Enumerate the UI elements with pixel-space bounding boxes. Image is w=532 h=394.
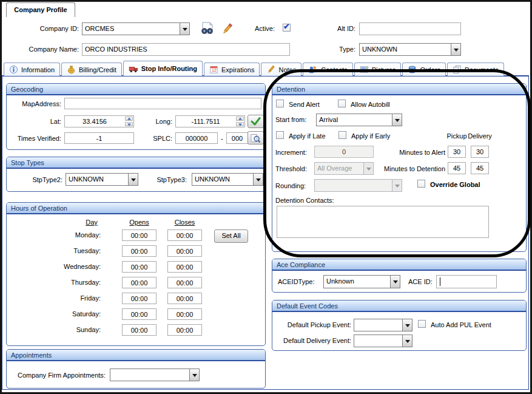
default-delivery-event-value bbox=[354, 335, 402, 347]
chevron-down-icon[interactable] bbox=[392, 114, 402, 126]
tab-label: Billing/Credit bbox=[79, 66, 116, 73]
svg-text:12: 12 bbox=[212, 68, 217, 72]
closes-input[interactable]: 00:00 bbox=[167, 261, 202, 273]
aceidtype-value: Unknown bbox=[324, 276, 390, 288]
splc-lookup-button[interactable] bbox=[247, 131, 264, 144]
spin-down-icon[interactable] bbox=[236, 122, 244, 126]
aceidtype-combobox[interactable]: Unknown bbox=[323, 275, 400, 288]
type-combobox[interactable]: UNKNOWN bbox=[359, 43, 461, 56]
company-profile-window: Company Profile Company ID: ORCMES Activ… bbox=[0, 0, 532, 394]
closes-input[interactable]: 00:00 bbox=[167, 324, 202, 336]
alert-delivery-input[interactable]: 30 bbox=[471, 146, 489, 158]
closes-input[interactable]: 00:00 bbox=[167, 293, 202, 304]
money-bag-icon bbox=[67, 65, 76, 74]
tab-pictures[interactable]: Pictures bbox=[354, 63, 402, 76]
company-id-value: ORCMES bbox=[82, 23, 180, 35]
chevron-down-icon[interactable] bbox=[402, 319, 412, 331]
info-icon bbox=[9, 65, 18, 74]
opens-input[interactable]: 00:00 bbox=[122, 324, 157, 336]
lookup-binoculars-icon[interactable] bbox=[198, 21, 215, 36]
detention-contacts-label: Detention Contacts: bbox=[275, 197, 334, 205]
closes-input[interactable]: 00:00 bbox=[167, 277, 202, 288]
tab-orders[interactable]: Orders bbox=[402, 63, 446, 76]
default-pickup-event-value bbox=[354, 319, 402, 331]
chevron-down-icon[interactable] bbox=[402, 335, 412, 347]
tab-contacts[interactable]: Contacts bbox=[303, 63, 352, 76]
alt-id-input[interactable] bbox=[359, 22, 461, 35]
chevron-down-icon[interactable] bbox=[253, 174, 263, 185]
tab-documents[interactable]: Documents bbox=[447, 63, 504, 76]
tab-expirations[interactable]: 12 Expirations bbox=[204, 63, 260, 76]
map-address-label: MapAddress: bbox=[9, 100, 61, 108]
company-id-combobox[interactable]: ORCMES bbox=[82, 22, 190, 35]
default-pickup-event-label: Default Pickup Event: bbox=[284, 321, 351, 329]
stptype3-label: StpType3: bbox=[149, 176, 187, 184]
set-all-button[interactable]: Set All bbox=[214, 229, 248, 243]
chevron-down-icon[interactable] bbox=[180, 23, 189, 35]
auto-add-pul-event-checkbox[interactable] bbox=[418, 320, 426, 328]
lat-spinner[interactable]: 33.4156 bbox=[64, 115, 134, 127]
window-title-tab[interactable]: Company Profile bbox=[6, 2, 75, 17]
chevron-down-icon[interactable] bbox=[189, 369, 199, 381]
tab-label: Documents bbox=[465, 66, 499, 73]
day-label: Tuesday: bbox=[31, 247, 101, 255]
opens-input[interactable]: 00:00 bbox=[122, 245, 157, 257]
detention-pickup-input[interactable]: 45 bbox=[448, 162, 466, 174]
tab-information[interactable]: Information bbox=[4, 63, 60, 76]
spin-up-icon[interactable] bbox=[125, 117, 133, 121]
stptype3-combobox[interactable]: UNKNOWN bbox=[192, 173, 263, 186]
closes-input[interactable]: 00:00 bbox=[167, 229, 202, 241]
spin-down-icon[interactable] bbox=[125, 122, 133, 126]
opens-input[interactable]: 00:00 bbox=[122, 261, 157, 273]
edit-pencil-icon[interactable] bbox=[220, 22, 234, 36]
chevron-down-icon[interactable] bbox=[390, 276, 400, 288]
chevron-down-icon[interactable] bbox=[128, 174, 138, 185]
allow-autobill-checkbox[interactable] bbox=[338, 100, 346, 107]
ace-compliance-header: Ace Compliance bbox=[272, 259, 526, 271]
ace-id-label: ACE ID: bbox=[408, 278, 433, 286]
alert-pickup-input[interactable]: 30 bbox=[448, 146, 466, 158]
default-pickup-event-combobox[interactable] bbox=[354, 319, 412, 331]
minutes-to-alert-label: Minutes to Alert bbox=[369, 149, 445, 157]
splc-suffix-input[interactable]: 000 bbox=[226, 132, 248, 144]
detention-delivery-input[interactable]: 45 bbox=[471, 162, 489, 174]
allow-autobill-label: Allow Autobill bbox=[351, 101, 390, 109]
splc-input[interactable]: 000000 bbox=[175, 132, 218, 144]
send-alert-checkbox[interactable] bbox=[276, 100, 284, 107]
tab-billing-credit[interactable]: Billing/Credit bbox=[61, 63, 122, 76]
apply-if-late-checkbox[interactable] bbox=[276, 131, 284, 139]
tab-label: Pictures bbox=[372, 66, 396, 73]
tab-label: Orders bbox=[420, 66, 440, 73]
closes-input[interactable]: 00:00 bbox=[167, 245, 202, 257]
apply-if-late-label: Apply if Late bbox=[289, 132, 326, 140]
opens-input[interactable]: 00:00 bbox=[122, 277, 157, 288]
chevron-down-icon[interactable] bbox=[451, 44, 460, 55]
geocoding-group: Geocoding MapAddress: Lat: 33.4156 Long:… bbox=[6, 83, 266, 150]
times-verified-input[interactable]: -1 bbox=[64, 132, 134, 144]
closes-input[interactable]: 00:00 bbox=[167, 308, 202, 320]
threshold-label: Threshold: bbox=[275, 165, 307, 173]
ace-compliance-group: Ace Compliance ACEIDType: Unknown ACE ID… bbox=[272, 259, 527, 293]
tab-stop-info-routing[interactable]: Stop Info/Routing bbox=[123, 61, 203, 76]
opens-input[interactable]: 00:00 bbox=[122, 229, 157, 241]
default-delivery-event-combobox[interactable] bbox=[354, 335, 412, 347]
long-spinner[interactable]: -111.7511 bbox=[175, 115, 245, 127]
threshold-combobox: All Overage bbox=[314, 162, 374, 175]
override-global-checkbox[interactable] bbox=[417, 180, 425, 188]
spin-up-icon[interactable] bbox=[236, 117, 244, 121]
detention-contacts-textarea[interactable] bbox=[277, 206, 489, 238]
map-address-input[interactable] bbox=[64, 98, 261, 109]
firm-appointments-combobox[interactable] bbox=[110, 369, 200, 381]
company-name-input[interactable]: ORCO INDUSTRIES bbox=[82, 43, 290, 56]
start-from-combobox[interactable]: Arrival bbox=[316, 114, 402, 126]
window-title: Company Profile bbox=[14, 6, 67, 13]
tab-notes[interactable]: Notes bbox=[261, 63, 301, 76]
text-caret bbox=[440, 277, 440, 286]
verify-geocode-button[interactable] bbox=[247, 115, 264, 128]
active-checkbox[interactable]: ✔ bbox=[283, 24, 291, 32]
apply-if-early-checkbox[interactable] bbox=[338, 131, 346, 139]
opens-input[interactable]: 00:00 bbox=[122, 293, 157, 304]
stptype2-combobox[interactable]: UNKNOWN bbox=[66, 173, 138, 186]
opens-input[interactable]: 00:00 bbox=[122, 308, 157, 320]
ace-id-input[interactable] bbox=[436, 275, 497, 288]
